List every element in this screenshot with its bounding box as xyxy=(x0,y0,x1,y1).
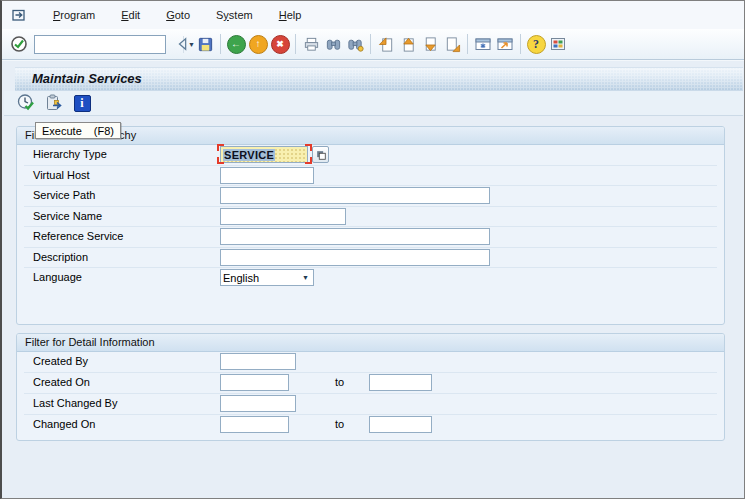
filter-icf-hierarchy-group: Filter for ICF Hierarchy Hierarchy Type … xyxy=(16,126,725,325)
first-page-button[interactable] xyxy=(375,33,397,55)
floppy-save-icon xyxy=(197,36,214,53)
system-toolbar: ▼ ← ↑ ✖ xyxy=(2,29,744,60)
toolbar-separator xyxy=(467,34,468,54)
page-arrow-down-right-icon xyxy=(444,36,461,53)
created-on-from-input[interactable] xyxy=(220,374,289,391)
back-button[interactable]: ← xyxy=(225,33,247,55)
form-row-service-name: Service Name xyxy=(24,207,717,228)
form-row-virtual-host: Virtual Host xyxy=(24,166,717,187)
form-row-changed-on: Changed On to xyxy=(24,415,717,435)
application-toolbar: i xyxy=(4,91,743,116)
new-session-button[interactable] xyxy=(472,33,494,55)
binoculars-icon xyxy=(325,36,342,53)
cancel-button[interactable]: ✖ xyxy=(269,33,291,55)
form-row-last-changed-by: Last Changed By xyxy=(24,394,717,415)
clock-check-execute-icon xyxy=(16,93,36,113)
tooltip-shortcut: (F8) xyxy=(94,125,114,137)
filter-detail-information-group: Filter for Detail Information Created By… xyxy=(16,333,725,441)
menu-item-goto[interactable]: Goto xyxy=(153,6,203,24)
group-title-icf-hierarchy: Filter for ICF Hierarchy xyxy=(17,127,724,145)
tooltip-label: Execute xyxy=(42,125,82,137)
cancel-x-icon: ✖ xyxy=(271,35,290,54)
system-menu-icon[interactable] xyxy=(10,6,28,24)
exit-button[interactable]: ↑ xyxy=(247,33,269,55)
language-value: English xyxy=(223,271,259,284)
menu-item-help[interactable]: Help xyxy=(266,6,315,24)
find-next-button[interactable] xyxy=(344,33,366,55)
back-arrow-icon: ← xyxy=(227,35,246,54)
virtual-host-input[interactable] xyxy=(220,167,314,184)
description-input[interactable] xyxy=(220,249,490,266)
find-button[interactable] xyxy=(322,33,344,55)
left-triangle-icon xyxy=(175,36,191,52)
last-changed-by-label: Last Changed By xyxy=(33,397,117,409)
hierarchy-type-value: SERVICE xyxy=(223,149,275,161)
page-up-button[interactable] xyxy=(397,33,419,55)
create-shortcut-button[interactable] xyxy=(494,33,516,55)
customize-layout-icon xyxy=(549,35,567,53)
page-arrow-down-icon xyxy=(422,36,439,53)
form-row-created-by: Created By xyxy=(24,352,717,373)
page-title: Maintain Services xyxy=(15,71,142,86)
save-button[interactable] xyxy=(194,33,216,55)
last-changed-by-input[interactable] xyxy=(220,395,296,412)
service-name-label: Service Name xyxy=(33,210,102,222)
menu-bar: Program Edit Goto System Help xyxy=(2,1,744,30)
command-field[interactable]: ▼ xyxy=(34,35,166,54)
description-label: Description xyxy=(33,251,88,263)
info-button[interactable]: i xyxy=(72,93,92,113)
created-on-to-input[interactable] xyxy=(369,374,432,391)
clipboard-arrow-button[interactable] xyxy=(44,93,64,113)
language-dropdown-icon[interactable]: ▼ xyxy=(302,274,311,281)
new-session-window-icon xyxy=(474,35,492,53)
created-on-to-label: to xyxy=(335,376,344,388)
changed-on-label: Changed On xyxy=(33,418,95,430)
changed-on-from-input[interactable] xyxy=(220,416,289,433)
help-button[interactable]: ? xyxy=(525,33,547,55)
command-input[interactable] xyxy=(35,36,183,53)
menu-item-edit[interactable]: Edit xyxy=(108,6,153,24)
hierarchy-type-field[interactable]: SERVICE xyxy=(220,146,308,163)
toolbar-separator xyxy=(520,34,521,54)
screen-title-bar: Maintain Services xyxy=(15,67,743,92)
form-row-language: Language English ▼ xyxy=(24,268,717,288)
search-help-button[interactable] xyxy=(312,146,329,163)
shortcut-window-icon xyxy=(496,35,514,53)
form-row-created-on: Created On to xyxy=(24,373,717,394)
enter-button[interactable] xyxy=(8,33,30,55)
created-by-label: Created By xyxy=(33,355,88,367)
question-mark-icon: ? xyxy=(527,35,546,54)
execute-button[interactable] xyxy=(16,93,36,113)
menu-item-system[interactable]: System xyxy=(203,6,266,24)
sap-gui-window: Program Edit Goto System Help ▼ xyxy=(0,0,745,499)
changed-on-to-input[interactable] xyxy=(369,416,432,433)
last-page-button[interactable] xyxy=(441,33,463,55)
page-arrow-up-icon xyxy=(400,36,417,53)
group-title-detail-information: Filter for Detail Information xyxy=(17,334,724,352)
form-row-service-path: Service Path xyxy=(24,186,717,207)
reference-service-input[interactable] xyxy=(220,228,490,245)
clipboard-arrow-icon xyxy=(44,93,64,113)
toolbar-separator xyxy=(370,34,371,54)
form-row-reference-service: Reference Service xyxy=(24,227,717,248)
created-by-input[interactable] xyxy=(220,353,296,370)
exit-arrow-icon: ↑ xyxy=(249,35,268,54)
printer-icon xyxy=(303,36,320,53)
form-row-description: Description xyxy=(24,248,717,269)
language-label: Language xyxy=(33,271,82,283)
customize-layout-button[interactable] xyxy=(547,33,569,55)
print-button[interactable] xyxy=(300,33,322,55)
service-path-label: Service Path xyxy=(33,189,95,201)
changed-on-to-label: to xyxy=(335,418,344,430)
matchcode-icon xyxy=(315,149,327,161)
service-path-input[interactable] xyxy=(220,187,490,204)
hierarchy-type-label: Hierarchy Type xyxy=(33,148,107,160)
service-name-input[interactable] xyxy=(220,208,346,225)
menu-item-program[interactable]: Program xyxy=(40,6,108,24)
execute-tooltip: Execute (F8) xyxy=(35,122,121,139)
back-step-button[interactable] xyxy=(172,33,194,55)
page-down-button[interactable] xyxy=(419,33,441,55)
language-select[interactable]: English ▼ xyxy=(220,269,314,286)
created-on-label: Created On xyxy=(33,376,90,388)
page-arrow-up-left-icon xyxy=(378,36,395,53)
